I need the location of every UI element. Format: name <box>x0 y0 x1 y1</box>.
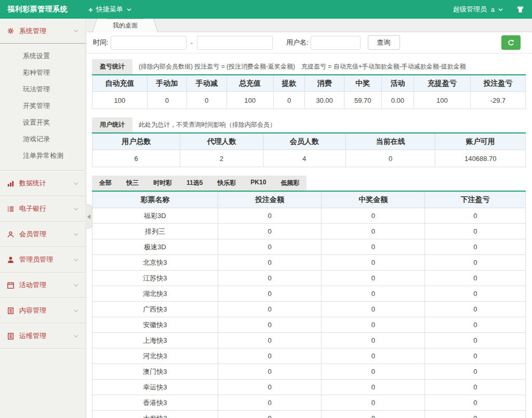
table-cell: 0 <box>218 286 321 302</box>
lottery-tab[interactable]: PK10 <box>243 176 273 191</box>
sidebar-item-system-management[interactable]: 系统管理 <box>0 19 86 44</box>
table-cell: 0 <box>322 380 425 395</box>
table-cell: 0 <box>425 239 526 255</box>
sidebar-subitem[interactable]: 设置开奖 <box>0 114 86 131</box>
user-section-title: 用户统计 <box>92 117 132 132</box>
lottery-table-body: 福彩3D000排列三000极速3D000北京快3000江苏快3000湖北快300… <box>92 208 526 418</box>
username-label: 用户名: <box>286 38 309 47</box>
table-cell: 0 <box>187 92 227 109</box>
sidebar-filler <box>0 348 86 369</box>
time-start-input[interactable] <box>111 36 187 50</box>
table-cell: 0 <box>322 348 425 364</box>
theme-tshirt-icon[interactable] <box>516 5 525 14</box>
chevron-down-icon <box>73 282 79 288</box>
lottery-tab[interactable]: 低频彩 <box>273 176 307 191</box>
user-menu[interactable]: a <box>491 6 503 14</box>
table-cell: 0 <box>218 271 321 286</box>
lottery-tab[interactable]: 全部 <box>92 176 119 191</box>
sidebar-subitem[interactable]: 开奖管理 <box>0 98 86 114</box>
chevron-down-icon <box>73 28 79 34</box>
lottery-tab[interactable]: 时时彩 <box>146 176 179 191</box>
user-table-header-row: 用户总数代理人数会员人数当前在线账户可用 <box>92 134 526 150</box>
lottery-tab[interactable]: 快三 <box>119 176 146 191</box>
chevron-down-icon <box>73 181 79 186</box>
column-header: 提款 <box>273 76 305 92</box>
document-icon <box>7 332 15 340</box>
profit-table-header-row: 自动充值手动加手动减总充值提款消费中奖活动充提盈亏投注盈亏 <box>92 76 526 92</box>
table-cell: 广西快3 <box>92 302 218 317</box>
user-section-note: 此处为总计，不受查询时间影响（排除内部会员） <box>139 120 276 132</box>
username-input[interactable] <box>311 36 361 50</box>
sidebar-subitem[interactable]: 游戏记录 <box>0 131 86 147</box>
quick-menu-button[interactable]: + 快捷菜单 <box>88 5 132 14</box>
sidebar-subitem[interactable]: 注单异常检测 <box>0 147 86 164</box>
column-header: 投注盈亏 <box>471 76 526 92</box>
column-header: 手动加 <box>147 76 187 92</box>
table-cell: 上海快3 <box>92 333 218 348</box>
column-header: 下注盈亏 <box>425 192 526 208</box>
table-cell: 0.00 <box>382 92 414 109</box>
table-cell: 0 <box>322 411 425 418</box>
sidebar-item-ops-management[interactable]: 运维管理 <box>0 323 86 348</box>
table-cell: 0 <box>322 255 425 271</box>
lottery-tabs: 全部快三时时彩11选5快乐彩PK10低频彩 <box>92 176 307 191</box>
table-cell: 0 <box>218 239 321 255</box>
table-cell: 幸运快3 <box>92 380 218 395</box>
sidebar-item-activity-management[interactable]: 活动管理 <box>0 273 86 298</box>
lottery-table-header-row: 彩票名称投注金额中奖金额下注盈亏 <box>92 192 526 208</box>
lottery-tab[interactable]: 11选5 <box>179 176 210 191</box>
sidebar-section-activities: 活动管理 <box>0 272 86 298</box>
table-cell: 0 <box>425 302 526 317</box>
table-cell: 0 <box>345 150 435 167</box>
list-icon <box>7 205 15 213</box>
table-cell: 0 <box>322 286 425 302</box>
sidebar-item-label: 电子银行 <box>19 204 46 213</box>
table-cell: 0 <box>425 286 526 302</box>
table-cell: 0 <box>425 208 526 224</box>
table-cell: 0 <box>322 208 425 224</box>
sidebar-item-admin-management[interactable]: 管理员管理 <box>0 247 86 272</box>
sidebar-item-label: 运维管理 <box>19 331 46 341</box>
refresh-button[interactable] <box>501 35 521 50</box>
time-label: 时间: <box>93 38 109 47</box>
table-cell: 0 <box>425 411 526 418</box>
time-end-input[interactable] <box>197 36 273 50</box>
sidebar-subitem[interactable]: 彩种管理 <box>0 64 86 81</box>
chevron-down-icon <box>73 308 79 314</box>
table-cell: 福彩3D <box>92 208 218 224</box>
tab-my-desktop[interactable]: 我的桌面 <box>99 19 151 32</box>
dashboard-content: 盈亏统计 (排除内部会员数据) 投注盈亏 = (投注消费金额-返奖金额) 充提盈… <box>87 53 532 418</box>
table-cell: 0 <box>425 255 526 271</box>
query-button[interactable]: 查询 <box>368 35 400 50</box>
sidebar-item-label: 内容管理 <box>19 306 46 315</box>
lottery-section-header: 全部快三时时彩11选5快乐彩PK10低频彩 <box>92 176 526 192</box>
lottery-tab[interactable]: 快乐彩 <box>210 176 243 191</box>
table-cell: 4 <box>263 150 345 167</box>
table-cell: 澳门快3 <box>92 364 218 380</box>
table-row: 香港快3000 <box>92 395 526 411</box>
sidebar-item-content-management[interactable]: 内容管理 <box>0 298 86 323</box>
profit-section-header: 盈亏统计 (排除内部会员数据) 投注盈亏 = (投注消费金额-返奖金额) 充提盈… <box>92 59 526 75</box>
table-cell: 0 <box>218 317 321 333</box>
sidebar-subitem[interactable]: 系统设置 <box>0 48 86 64</box>
main-area: 我的桌面 时间: - 用户名: 查询 盈亏统计 (排除内部会员数据) 投注盈亏 … <box>87 19 532 418</box>
plus-icon: + <box>88 5 93 14</box>
user-table-row: 6240140688.70 <box>92 150 526 167</box>
calendar-icon <box>7 281 15 289</box>
table-row: 北京快3000 <box>92 255 526 271</box>
table-cell: 6 <box>92 150 180 167</box>
bar-chart-icon <box>7 180 15 187</box>
column-header: 自动充值 <box>92 76 148 92</box>
sidebar-item-member-management[interactable]: 会员管理 <box>0 222 86 247</box>
user-section-header: 用户统计 此处为总计，不受查询时间影响（排除内部会员） <box>92 117 526 133</box>
sidebar-subitem[interactable]: 玩法管理 <box>0 81 86 98</box>
top-bar: 福利彩票管理系统 + 快捷菜单 超级管理员 a <box>0 0 532 19</box>
refresh-icon <box>507 39 515 47</box>
sidebar-item-data-statistics[interactable]: 数据统计 <box>0 171 86 196</box>
sidebar-item-electronic-bank[interactable]: 电子银行 <box>0 196 86 221</box>
sidebar-collapse-handle[interactable] <box>85 205 92 228</box>
column-header: 中奖 <box>344 76 382 92</box>
table-cell: 0 <box>218 395 321 411</box>
table-row: 安徽快3000 <box>92 317 526 333</box>
range-separator: - <box>191 39 193 47</box>
